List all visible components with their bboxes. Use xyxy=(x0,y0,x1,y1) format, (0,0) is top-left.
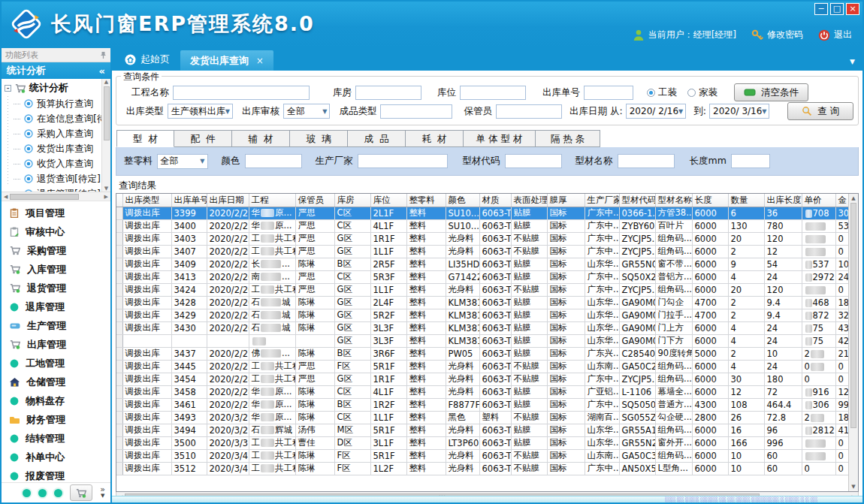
grid-vertical-scrollbar[interactable]: ▲ ▼ xyxy=(848,194,858,491)
sidebar-item-12[interactable]: 结转管理 xyxy=(2,429,110,448)
section-header-statistics[interactable]: 统计分析 « xyxy=(2,62,110,79)
material-tab-2[interactable]: 辅 材 xyxy=(232,130,290,147)
sidebar-item-5[interactable]: 退库管理 xyxy=(2,297,110,316)
sidebar-item-1[interactable]: 审核中心 xyxy=(2,222,110,241)
profile-name-input[interactable] xyxy=(618,154,675,168)
column-header[interactable]: 出库长度 xyxy=(764,194,802,207)
table-row[interactable]: 调拨出库34372020/2/27佛...陈琳B区3R6F整料PW056063-… xyxy=(116,347,858,360)
minimize-button[interactable]: ─ xyxy=(814,3,828,15)
module-dot-icon[interactable] xyxy=(23,489,31,497)
column-header[interactable]: 出库单号 xyxy=(171,194,207,207)
table-row[interactable]: 调拨出库35102020/3/4工共工程陈琳F区5R1F整料光身料6063-T5… xyxy=(116,449,858,462)
scrollbar-thumb[interactable] xyxy=(10,194,79,200)
table-row[interactable]: 调拨出库34452020/2/27工共工程严思F区5R1F整料光身料6063-T… xyxy=(116,360,858,373)
sidebar-item-6[interactable]: 生产管理 xyxy=(2,316,110,335)
column-header[interactable]: 库位 xyxy=(370,194,406,207)
tree-vertical-scrollbar[interactable]: ▲ ▼ xyxy=(101,79,110,192)
material-tab-6[interactable]: 单 体 型 材 xyxy=(464,130,536,147)
column-header[interactable]: 膜厚 xyxy=(547,194,585,207)
keeper-input[interactable] xyxy=(496,104,562,119)
module-cart-button[interactable] xyxy=(70,484,92,501)
order-no-input[interactable] xyxy=(584,86,633,100)
close-button[interactable]: × xyxy=(846,3,859,15)
tab-shipping-outbound-query[interactable]: 发货出库查询 × xyxy=(180,50,273,71)
clear-conditions-button[interactable]: 清空条件 xyxy=(734,83,808,101)
table-row[interactable]: 调拨出库34302020/2/26石城陈琳G区3L3F整料KLM38176063… xyxy=(116,321,858,334)
sidebar-item-3[interactable]: 入库管理 xyxy=(2,260,110,279)
sidebar-item-0[interactable]: 项目管理 xyxy=(2,204,110,222)
column-header[interactable]: 型材名称 xyxy=(655,194,692,207)
table-row[interactable]: 调拨出库34242020/2/26工共工程严思G区1L1F整料光身料6063-T… xyxy=(116,283,858,296)
logout-button[interactable]: 退出 xyxy=(818,29,852,41)
sidebar-item-13[interactable]: 补单中心 xyxy=(2,448,110,466)
tab-home[interactable]: 起始页 xyxy=(114,48,180,71)
sidebar-item-8[interactable]: 工地管理 xyxy=(2,354,110,373)
radio-jiazhuang-label[interactable]: 家装 xyxy=(699,86,717,99)
date-from-picker[interactable]: 2020/ 2/16▼ xyxy=(626,104,686,119)
column-header[interactable]: 数量 xyxy=(728,194,764,207)
whole-piece-select[interactable]: 全部▼ xyxy=(157,154,208,169)
column-header[interactable]: 库房 xyxy=(334,194,370,207)
tab-close-icon[interactable]: × xyxy=(256,56,264,66)
table-row[interactable]: 调拨出库34032020/2/25工共工程严思G区1R1F整料光身料6063-T… xyxy=(116,232,858,245)
material-tab-3[interactable]: 玻 璃 xyxy=(290,130,348,147)
table-row[interactable]: 调拨出库34132020/2/26南...严思C区5R3F整料G71422606… xyxy=(116,270,858,283)
table-row[interactable]: 调拨出库34282020/2/26石城陈琳G区2L4F整料KLM38176063… xyxy=(116,296,858,309)
column-header[interactable]: 整零料 xyxy=(406,194,446,207)
module-dot-icon[interactable] xyxy=(38,489,47,497)
scroll-down-icon[interactable]: ▼ xyxy=(851,484,855,490)
scroll-up-icon[interactable]: ▲ xyxy=(851,195,855,201)
radio-gongzhuang-label[interactable]: 工装 xyxy=(658,86,677,99)
tree-root-statistics[interactable]: - 统计分析 xyxy=(2,79,110,96)
table-row[interactable]: 调拨出库34612020/2/28华原...陈琳B区1R2F整料F8877FT6… xyxy=(116,398,858,411)
sidebar-item-14[interactable]: 报废管理 xyxy=(2,466,110,482)
table-row[interactable]: 调拨出库34002020/2/25华原...严思C区4L1F整料SU10...6… xyxy=(116,219,858,232)
column-header[interactable]: 出库日期 xyxy=(207,194,249,207)
pin-icon[interactable] xyxy=(100,51,107,59)
material-tab-0[interactable]: 型 材 xyxy=(116,130,174,147)
tree-item-4[interactable]: 收货入库查询 xyxy=(2,156,110,171)
tree-item-6[interactable]: 退库管理[待定] xyxy=(2,186,110,192)
sidebar-item-10[interactable]: 物料盘存 xyxy=(2,391,110,410)
tree-item-0[interactable]: 预算执行查询 xyxy=(2,96,110,111)
tab-list-dropdown-icon[interactable]: ▼ xyxy=(850,58,855,65)
scroll-left-icon[interactable]: ◀ xyxy=(4,194,8,200)
column-header[interactable]: 长度 xyxy=(692,194,728,207)
radio-gongzhuang[interactable] xyxy=(647,89,655,97)
table-row[interactable]: 调拨出库34942020/3/2石辉城汤伟M区5R1F整料光身料6063-T5贴… xyxy=(116,424,858,436)
scroll-down-icon[interactable]: ▼ xyxy=(104,186,108,192)
sidebar-item-2[interactable]: 采购管理 xyxy=(2,241,110,260)
location-input[interactable] xyxy=(460,86,526,100)
scrollbar-thumb[interactable] xyxy=(104,86,110,140)
sidebar-item-4[interactable]: 退货管理 xyxy=(2,279,110,297)
outbound-audit-select[interactable]: 全部▼ xyxy=(283,104,330,119)
table-row[interactable]: 调拨出库34932020/3/2华原...陈琳C区1L1F整料黑色塑料不贴膜国标… xyxy=(116,411,858,424)
manufacturer-input[interactable] xyxy=(358,154,448,168)
column-header[interactable]: 单价 xyxy=(802,194,835,207)
scroll-up-icon[interactable]: ▲ xyxy=(104,79,108,85)
table-row[interactable]: 调拨出库34582020/2/28华原...陈琳C区4L1F整料光身料6063-… xyxy=(116,385,858,398)
table-row[interactable]: 调拨出库34092020/2/25长...陈琳B区2R5F整料LI35HD606… xyxy=(116,258,858,270)
sidebar-item-11[interactable]: 财务管理 xyxy=(2,410,110,429)
profile-code-input[interactable] xyxy=(505,154,562,168)
table-row[interactable]: 调拨出库33992020/2/25华原...严思C区2L1F整料SU10...6… xyxy=(116,207,858,219)
column-header[interactable]: 颜色 xyxy=(446,194,479,207)
column-header[interactable]: 生产厂家 xyxy=(585,194,619,207)
outbound-type-select[interactable]: 生产领料出库▼ xyxy=(168,104,233,119)
warehouse-input[interactable] xyxy=(355,86,421,100)
table-row[interactable]: 调拨出库35002020/3/3工共工程曹佳D区3L1F整料LT3P606063… xyxy=(116,436,858,449)
tree-item-5[interactable]: 退货查询[待定] xyxy=(2,171,110,186)
table-row[interactable]: G区3L3F整料KLM38176063-T5贴膜国标山东华...GA90M09.… xyxy=(116,334,858,347)
change-password-button[interactable]: 修改密码 xyxy=(751,29,803,41)
project-name-input[interactable] xyxy=(173,86,310,100)
tree-item-3[interactable]: 发货出库查询 xyxy=(2,141,110,156)
column-header[interactable]: 表面处理 xyxy=(511,194,547,207)
material-tab-5[interactable]: 耗 材 xyxy=(406,130,464,147)
sidebar-item-7[interactable]: 出库管理 xyxy=(2,335,110,354)
search-button[interactable]: 查 询 xyxy=(787,102,853,120)
material-tab-4[interactable]: 成 品 xyxy=(348,130,406,147)
material-tab-1[interactable]: 配 件 xyxy=(174,130,232,147)
tree-item-1[interactable]: 在途信息查询[待 xyxy=(2,111,110,126)
column-header[interactable]: 工程 xyxy=(249,194,295,207)
sidebar-overflow-button[interactable]: » ▼ xyxy=(100,486,105,499)
